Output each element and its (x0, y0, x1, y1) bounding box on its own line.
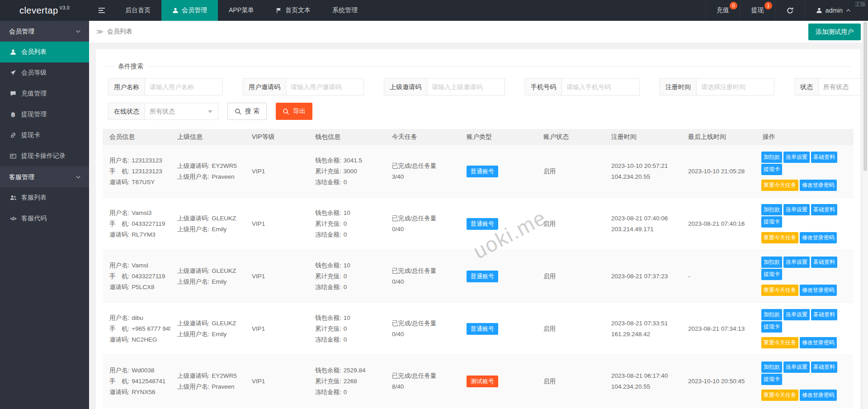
vip-level-value: VIP1 (252, 378, 265, 385)
invite-code-label: 邀请码: (109, 389, 129, 395)
parent-username-value: Praveen (212, 173, 234, 180)
withdraw-card-button[interactable]: 提现卡 (761, 164, 782, 175)
nav-item-system-management[interactable]: 系统管理 (321, 0, 368, 21)
basic-info-button[interactable]: 基础资料 (811, 152, 837, 163)
combo-order-settings-button[interactable]: 连单设置 (783, 152, 810, 163)
frozen-amount-value: 0 (344, 336, 347, 343)
frozen-amount-label: 冻结金额: (315, 231, 341, 238)
add-deduct-button[interactable]: 加扣款 (761, 204, 782, 215)
recharge-label: 充值 (717, 6, 729, 14)
nav-item-label: 会员管理 (182, 6, 207, 14)
add-test-user-button[interactable]: 添加测试用户 (808, 24, 861, 40)
user-icon (172, 7, 179, 14)
change-login-password-button[interactable]: 修改登录密码 (800, 232, 837, 243)
scrollbar-thumb[interactable] (863, 22, 867, 171)
account-type-badge: 普通账号 (467, 271, 498, 282)
withdraw-card-button[interactable]: 提现卡 (761, 216, 782, 228)
add-deduct-button[interactable]: 加扣款 (761, 361, 782, 373)
nav-item-dashboard[interactable]: 后台首页 (114, 0, 161, 21)
nav-item-home-text[interactable]: 首页文本 (265, 0, 321, 21)
task-progress-value: 0/40 (392, 329, 453, 340)
invite-code-label: 邀请码: (109, 336, 129, 343)
online-status-field-group: 在线状态 所有状态 (108, 103, 218, 120)
total-recharge-value: 0 (344, 273, 347, 280)
col-register-time: 注册时间 (604, 129, 681, 145)
account-status-value: 启用 (543, 220, 556, 227)
sidebar-item-recharge-management[interactable]: 充值管理 (0, 83, 89, 104)
username-field-label: 用户名: (109, 314, 129, 321)
parent-invite-code-input[interactable] (427, 78, 505, 95)
col-member-info: 会员信息 (103, 129, 170, 145)
phone-field-label: 手 机: (109, 273, 129, 280)
basic-info-button[interactable]: 基础资料 (811, 309, 837, 320)
change-login-password-button[interactable]: 修改登录密码 (800, 180, 837, 191)
parent-username-value: Emily (212, 226, 226, 233)
sidebar-item-label: 会员列表 (21, 48, 47, 56)
col-today-task: 今天任务 (385, 129, 460, 145)
search-icon (283, 108, 289, 115)
sidebar-item-member-list[interactable]: 会员列表 (0, 42, 89, 62)
reset-today-task-button[interactable]: 重置今天任务 (761, 232, 798, 243)
nav-item-app-menu[interactable]: APP菜单 (218, 0, 265, 21)
sidebar-collapse-button[interactable] (89, 0, 114, 21)
register-ip-value: 104.234.20.55 (611, 381, 675, 392)
basic-info-button[interactable]: 基础资料 (811, 257, 837, 268)
register-time-input[interactable] (697, 78, 774, 95)
refresh-button[interactable] (775, 0, 805, 21)
sidebar-item-service-list[interactable]: 客服列表 (0, 187, 89, 208)
parent-invite-code-value: GLEUKZ (212, 320, 236, 327)
today-task-cell: 已完成/总任务量 3/40 (385, 145, 460, 198)
withdraw-card-button[interactable]: 提现卡 (761, 269, 782, 280)
add-deduct-button[interactable]: 加扣款 (761, 257, 782, 268)
change-login-password-button[interactable]: 修改登录密码 (800, 285, 837, 296)
search-button[interactable]: 搜 索 (227, 103, 267, 120)
sidebar-group-service-management[interactable]: 客服管理 (0, 166, 89, 187)
reset-today-task-button[interactable]: 重置今天任务 (761, 390, 798, 401)
chevron-up-icon (846, 8, 851, 13)
reset-today-task-button[interactable]: 重置今天任务 (761, 180, 798, 191)
sidebar-item-label: 提现管理 (21, 110, 47, 119)
user-invite-code-input[interactable] (286, 78, 364, 95)
row-actions-cell: 加扣款连单设置基础资料 提现卡 重置今天任务修改登录密码 (756, 145, 854, 198)
sidebar-item-withdraw-card[interactable]: 提现卡 (0, 125, 89, 146)
combo-order-settings-button[interactable]: 连单设置 (783, 257, 810, 268)
wallet-info-cell: 钱包余额:10 累计充值:0 冻结金额:0 (308, 250, 385, 303)
withdraw-card-button[interactable]: 提现卡 (761, 321, 782, 333)
phone-field-label: 手 机: (109, 378, 129, 385)
vertical-scrollbar[interactable] (862, 21, 868, 409)
recharge-shortcut[interactable]: 充值 0 (705, 0, 740, 21)
withdraw-card-button[interactable]: 提现卡 (761, 374, 782, 385)
withdraw-shortcut[interactable]: 提现 1 (740, 0, 775, 21)
add-deduct-button[interactable]: 加扣款 (761, 309, 782, 320)
nav-item-member-management[interactable]: 会员管理 (161, 0, 218, 21)
user-menu[interactable]: admin (805, 0, 862, 21)
combo-order-settings-button[interactable]: 连单设置 (783, 204, 810, 215)
parent-info-cell: 上级邀请码:EY2WR5 上级用户名:Praveen (170, 145, 245, 198)
status-select[interactable]: 所有状态 (819, 78, 860, 95)
basic-info-button[interactable]: 基础资料 (811, 204, 837, 215)
account-status-value: 启用 (543, 325, 556, 332)
parent-username-value: Emily (212, 278, 226, 285)
reset-today-task-button[interactable]: 重置今天任务 (761, 337, 798, 348)
sidebar-item-withdraw-management[interactable]: ฿ 提现管理 (0, 104, 89, 125)
export-button[interactable]: 导出 (276, 103, 312, 120)
wallet-info-cell: 钱包余额:10 累计充值:0 冻结金额:0 (308, 303, 385, 355)
basic-info-button[interactable]: 基础资料 (811, 361, 837, 373)
sidebar-group-member-management[interactable]: 会员管理 (0, 21, 89, 42)
register-time-value: 2023-08-21 07:37:23 (611, 271, 675, 282)
vip-level-cell: VIP1 (245, 303, 308, 355)
combo-order-settings-button[interactable]: 连单设置 (783, 361, 810, 373)
sidebar-item-withdraw-card-log[interactable]: 提现卡操作记录 (0, 146, 89, 166)
register-time-cell: 2023-08-21 07:33:51 161.29.248.42 (604, 303, 681, 355)
username-input[interactable] (145, 78, 223, 95)
sidebar-item-member-level[interactable]: 会员等级 (0, 62, 89, 83)
change-login-password-button[interactable]: 修改登录密码 (800, 337, 837, 348)
reset-today-task-button[interactable]: 重置今天任务 (761, 285, 798, 296)
phone-input[interactable] (562, 78, 640, 95)
invite-code-value: P5LCX8 (132, 284, 154, 290)
change-login-password-button[interactable]: 修改登录密码 (800, 390, 837, 401)
online-status-select[interactable]: 所有状态 (145, 103, 218, 120)
sidebar-item-service-code[interactable]: </> 客服代码 (0, 208, 89, 229)
combo-order-settings-button[interactable]: 连单设置 (783, 309, 810, 320)
add-deduct-button[interactable]: 加扣款 (761, 152, 782, 163)
